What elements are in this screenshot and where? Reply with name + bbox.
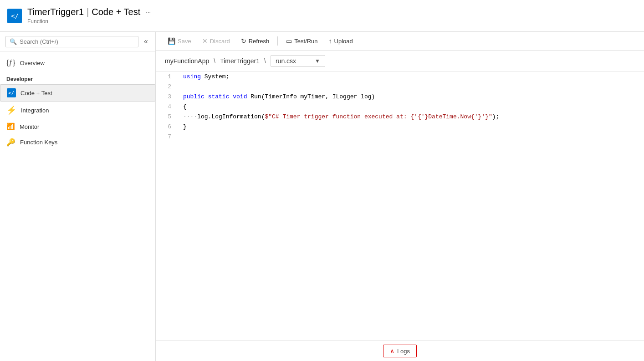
discard-icon: ✕ — [202, 37, 208, 45]
breadcrumb-function[interactable]: TimerTrigger1 — [220, 57, 260, 65]
table-row: 5 ····log.LogInformation($"C# Timer trig… — [156, 112, 644, 122]
line-code-7[interactable] — [179, 132, 644, 142]
line-code-6[interactable]: } — [179, 122, 644, 132]
search-input[interactable] — [20, 38, 134, 45]
collapse-button[interactable]: « — [142, 36, 150, 47]
table-row: 2 — [156, 82, 644, 92]
discard-button[interactable]: ✕ Discard — [198, 35, 235, 47]
refresh-label: Refresh — [249, 38, 270, 45]
line-number-6: 6 — [156, 122, 179, 132]
sidebar-item-function-keys[interactable]: 🔑 Function Keys — [0, 134, 155, 150]
logs-button[interactable]: ∧ Logs — [383, 345, 417, 357]
code-bracket-icon: </> — [10, 11, 19, 20]
discard-label: Discard — [210, 38, 230, 45]
toolbar-sep — [277, 36, 278, 46]
sidebar-function-keys-label: Function Keys — [20, 139, 57, 146]
save-label: Save — [178, 38, 191, 45]
line-code-4[interactable]: { — [179, 102, 644, 112]
sidebar-code-test-label: Code + Test — [20, 90, 52, 97]
chevron-down-icon: ▼ — [315, 58, 320, 64]
save-icon: 💾 — [168, 37, 175, 45]
keys-icon: 🔑 — [6, 138, 15, 147]
breadcrumb-app[interactable]: myFunctionApp — [165, 57, 209, 65]
refresh-icon: ↻ — [241, 37, 246, 45]
table-row: 7 — [156, 132, 644, 142]
upload-icon: ↑ — [329, 37, 332, 45]
title-separator: | — [87, 7, 89, 17]
sidebar-section-developer: Developer — [0, 71, 155, 84]
testrun-icon: ▭ — [286, 37, 292, 45]
breadcrumb-sep1: \ — [214, 57, 215, 65]
line-number-4: 4 — [156, 102, 179, 112]
line-number-1: 1 — [156, 72, 179, 82]
sidebar-nav: {ƒ} Overview Developer </> Code + Test ⚡… — [0, 51, 155, 361]
sidebar-monitor-label: Monitor — [20, 123, 39, 130]
refresh-button[interactable]: ↻ Refresh — [236, 35, 274, 47]
table-row: 4 { — [156, 102, 644, 112]
line-number-7: 7 — [156, 132, 179, 142]
sidebar-item-overview[interactable]: {ƒ} Overview — [0, 55, 155, 71]
sidebar-search-bar: 🔍 « — [0, 32, 155, 51]
table-row: 3 public static void Run(TimerInfo myTim… — [156, 92, 644, 102]
header-title-block: TimerTrigger1 | Code + Test ··· Function — [27, 7, 151, 25]
line-number-2: 2 — [156, 82, 179, 92]
code-editor[interactable]: 1 using System; 2 3 public static void R… — [156, 72, 644, 341]
save-button[interactable]: 💾 Save — [163, 35, 196, 47]
logs-bar: ∧ Logs — [156, 341, 644, 361]
search-icon: 🔍 — [10, 38, 17, 45]
page-subtitle: Code + Test — [92, 7, 140, 17]
upload-button[interactable]: ↑ Upload — [324, 35, 358, 47]
svg-text:</>: </> — [11, 12, 19, 20]
line-code-2[interactable] — [179, 82, 644, 92]
line-number-3: 3 — [156, 92, 179, 102]
monitor-icon: 📶 — [6, 122, 15, 131]
integration-icon: ⚡ — [6, 105, 16, 115]
search-box[interactable]: 🔍 — [5, 36, 138, 47]
line-code-3[interactable]: public static void Run(TimerInfo myTimer… — [179, 92, 644, 102]
upload-label: Upload — [334, 38, 353, 45]
logs-label: Logs — [397, 348, 410, 355]
toolbar: 💾 Save ✕ Discard ↻ Refresh ▭ Test/Run ↑ … — [156, 32, 644, 51]
breadcrumb-sep2: \ — [264, 57, 266, 65]
sidebar-item-code-test[interactable]: </> Code + Test — [0, 84, 155, 102]
header-function-label: Function — [27, 18, 151, 25]
content-area: 💾 Save ✕ Discard ↻ Refresh ▭ Test/Run ↑ … — [156, 32, 644, 361]
code-table: 1 using System; 2 3 public static void R… — [156, 72, 644, 142]
header: </> TimerTrigger1 | Code + Test ··· Func… — [0, 0, 644, 32]
line-code-5[interactable]: ····log.LogInformation($"C# Timer trigge… — [179, 112, 644, 122]
code-test-icon: </> — [7, 88, 16, 97]
sidebar-integration-label: Integration — [21, 107, 49, 114]
sidebar: 🔍 « {ƒ} Overview Developer </> Code + Te — [0, 32, 156, 361]
testrun-label: Test/Run — [294, 38, 317, 45]
line-code-1[interactable]: using System; — [179, 72, 644, 82]
file-dropdown-value: run.csx — [276, 57, 296, 65]
ellipsis-menu[interactable]: ··· — [146, 9, 151, 15]
line-number-5: 5 — [156, 112, 179, 122]
logs-chevron-icon: ∧ — [390, 347, 394, 355]
sidebar-item-monitor[interactable]: 📶 Monitor — [0, 119, 155, 134]
breadcrumb: myFunctionApp \ TimerTrigger1 \ run.csx … — [156, 51, 644, 72]
overview-icon: {ƒ} — [6, 59, 15, 67]
table-row: 6 } — [156, 122, 644, 132]
table-row: 1 using System; — [156, 72, 644, 82]
page-title: TimerTrigger1 — [27, 7, 84, 17]
svg-text:</>: </> — [8, 90, 15, 96]
app-icon: </> — [7, 9, 22, 23]
sidebar-overview-label: Overview — [20, 60, 45, 66]
main-layout: 🔍 « {ƒ} Overview Developer </> Code + Te — [0, 32, 644, 361]
file-dropdown[interactable]: run.csx ▼ — [271, 55, 325, 67]
testrun-button[interactable]: ▭ Test/Run — [281, 35, 322, 47]
sidebar-item-integration[interactable]: ⚡ Integration — [0, 102, 155, 119]
